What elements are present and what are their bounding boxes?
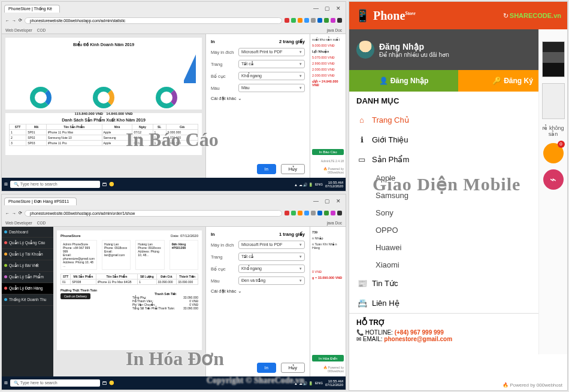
win-max-icon[interactable]: ▢ [325,198,330,204]
print-title: In [211,39,215,44]
email-link[interactable]: phonestore@gmail.com [384,336,452,342]
sidebar-item-orders[interactable]: Quản Lý Đơn Hàng [2,283,53,294]
win-close-icon[interactable]: ✕ [336,5,341,11]
brand-submenu: Apple Samsung Sony OPPO Huawei Xiaomi [349,169,567,274]
menu-home[interactable]: ⌂Trang Chủ [349,110,567,130]
chrome-icon[interactable]: 🟡 [109,381,114,385]
menu-about[interactable]: ℹGiới Thiệu [349,130,567,150]
hotline[interactable]: (+84) 967 999 999 [395,329,444,336]
win-min-icon[interactable]: — [313,5,319,11]
sidebar-item-products[interactable]: Quản Lý Sản Phẩm [2,272,53,283]
price: 5.070.000 VNĐ [312,56,344,59]
mobile-view: 📱 PhoneStore ↻SHARECODE.vn Đăng Nhập Để … [349,1,568,391]
login-title: Đăng Nhập [379,42,449,51]
start-icon[interactable]: ⊞ [4,381,8,385]
bookmark-item[interactable]: java Doc [327,221,342,225]
product-thumb[interactable] [542,41,565,77]
bookmarks-bar[interactable]: Web Developer COD java Doc [2,26,346,34]
select-color[interactable]: Màu▾ [238,84,305,92]
brand-item[interactable]: Apple [349,169,567,187]
label: Máy in đích [211,242,236,248]
brand-logo[interactable]: 📱 PhoneStore [355,8,416,23]
cancel-button[interactable]: Hủy [281,363,305,373]
nav-back-icon[interactable]: ← [5,211,10,215]
taskbar-search[interactable]: 🔍 Type here to search [10,379,100,387]
login-button[interactable]: 👤 Đăng Nhập [349,70,458,92]
brand-item[interactable]: Samsung [349,187,567,204]
win-max-icon[interactable]: ▢ [325,5,330,11]
order-table: STTMã Sản PhẩmTên Sản PhẩmSố LượngĐơn Gi… [60,274,198,285]
browser-tab[interactable]: PhoneStore | Đơn Hàng #PS011 [4,197,77,205]
print-invoice-button[interactable]: In Hóa Đơn [312,355,344,361]
select-color[interactable]: Đen và trắng▾ [238,276,305,285]
select-destination[interactable]: Microsoft Print to PDF▾ [238,241,305,249]
extension-icons[interactable] [284,211,342,215]
sidebar-item-dashboard[interactable]: Dashboard [2,227,53,238]
nav-reload-icon[interactable]: ⟳ [19,211,22,215]
url-input[interactable]: phonestorewebsite.000webhostapp.com/admi… [25,17,282,24]
print-report-button[interactable]: In Báo Cáo [312,149,344,155]
task-icon[interactable]: 🗔 [102,183,107,187]
select-pages[interactable]: Tất cả▾ [238,253,305,261]
select-layout[interactable]: Khổ ngang▾ [238,265,305,273]
bookmark-item[interactable]: COD [37,221,46,225]
more-settings[interactable]: Cài đặt khác ⌄ [211,96,305,101]
chrome-top: PhoneStore | Đơn Hàng #PS011 — ▢ ✕ ← → ⟳… [2,195,346,227]
sidebar-item-posts[interactable]: Quản Lý Bài Viết [2,260,53,272]
taskbar[interactable]: ⊞ 🔍 Type here to search 🗔 🟡 ▲ ☁ 🔊 🔋ENG 1… [2,376,346,390]
brand-item[interactable]: Xiaomi [349,256,567,274]
win-min-icon[interactable]: — [313,198,319,204]
nav-fwd-icon[interactable]: → [12,211,16,215]
avatar-icon [356,41,374,59]
task-icon[interactable]: 🗔 [102,381,107,385]
nav-back-icon[interactable]: ← [5,19,10,23]
select-destination[interactable]: Microsoft Print to PDF▾ [238,48,305,56]
browser-tab[interactable]: PhoneStore | Thống Kê [4,5,60,13]
bookmark-item[interactable]: Web Developer [5,28,32,32]
chrome-top: PhoneStore | Thống Kê — ▢ ✕ ← → ⟳ phones… [2,2,346,34]
contact-icon: 📇 [358,299,366,308]
bookmark-item[interactable]: COD [37,28,46,32]
sidebar-item-ads[interactable]: Quản Lý Quảng Cáo [2,238,53,249]
taskbar[interactable]: ⊞ 🔍 Type here to search 🗔 🟡 ▲ ☁ 🔊 🔋ENG 1… [2,178,346,191]
select-layout[interactable]: Khổ ngang▾ [238,72,305,80]
print-title: In [211,232,215,237]
taskbar-search[interactable]: 🔍 Type here to search [10,181,100,188]
brand-item[interactable]: OPPO [349,221,567,239]
sidebar-item-accounts[interactable]: Quản Lý Tài Khoản [2,249,53,260]
bookmark-item[interactable]: Web Developer [5,221,32,225]
print-button[interactable]: In [257,363,276,373]
bookmark-item[interactable]: java Doc [327,28,342,32]
aside-text: rẻ không sản [541,125,566,137]
messenger-button[interactable]: ⌁ [543,169,564,190]
menu-news[interactable]: 📰Tin Tức [349,274,567,293]
cancel-button[interactable]: Hủy [281,164,305,174]
menu-contact[interactable]: 📇Liên Hệ [349,293,567,313]
table-title: Danh Sách Sản Phẩm Xuất Kho Năm 2019 [9,118,198,123]
select-pages[interactable]: Tất cả▾ [238,60,305,68]
brand-item[interactable]: Sony [349,204,567,221]
login-subtitle: Để nhận nhiều ưu đãi hơn [379,51,449,58]
label: Bố cục [211,266,236,272]
win-close-icon[interactable]: ✕ [336,198,341,204]
price: 2.990.000 VNĐ [312,62,344,65]
extension-icons[interactable] [284,18,342,23]
page-under-dialog: 739 n Nhập n Toán Khi Nhận Hàng 0 VNĐ g … [310,227,346,376]
print-dialog: In 2 trang giấy Máy in đích Microsoft Pr… [205,34,310,178]
nav-reload-icon[interactable]: ⟳ [19,18,22,23]
menu-products[interactable]: ▭Sản Phẩm — [349,150,567,169]
brand-item[interactable]: Huawei [349,239,567,256]
print-button[interactable]: In [257,164,276,174]
system-tray[interactable]: ▲ ☁ 🔊 🔋ENG 10:55 AM07/12/2020 [294,181,343,189]
label: Màu [211,86,236,91]
chrome-icon[interactable]: 🟡 [109,182,114,187]
url-input[interactable]: phonestorewebsite.000webhostapp.com/admi… [25,210,282,217]
cart-button[interactable] [543,143,564,163]
nav-fwd-icon[interactable]: → [12,19,16,23]
news-icon: 📰 [358,279,366,288]
start-icon[interactable]: ⊞ [4,182,8,187]
sidebar-item-revenue[interactable]: Thống Kê Doanh Thu [2,294,53,306]
more-settings[interactable]: Cài đặt khác ⌄ [211,288,305,294]
product-thumb[interactable] [542,83,565,119]
chevron-down-icon: ⌄ [238,96,242,101]
